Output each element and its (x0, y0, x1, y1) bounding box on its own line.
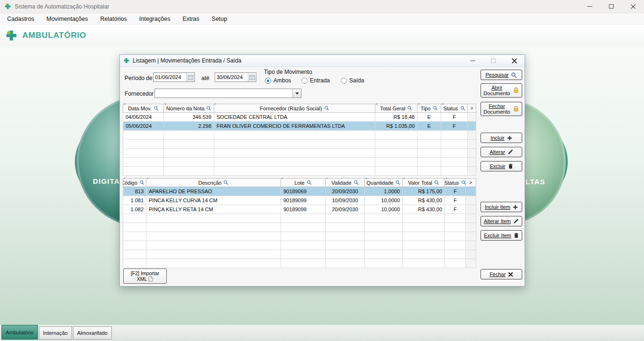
date-to-calendar-button[interactable] (248, 73, 256, 81)
column-header-status[interactable]: °Status (441, 104, 468, 113)
cell-data-mov[interactable]: 04/06/2024 (123, 113, 164, 122)
cell-fornecedor[interactable]: FRAN OLIVER COMERCIO DE FERRAMENTAS LTDA (214, 122, 375, 131)
tab-almoxarifado[interactable]: Almoxarifado (73, 326, 112, 340)
date-from-calendar-button[interactable] (186, 73, 194, 81)
cell-tipo[interactable]: E (417, 122, 441, 131)
column-search-icon[interactable] (307, 180, 312, 185)
column-search-icon[interactable] (395, 180, 400, 185)
cell-status[interactable]: F (441, 122, 468, 131)
column-search-icon[interactable] (223, 180, 228, 185)
cell-status[interactable]: F (445, 196, 466, 205)
document-row[interactable]: 04/06/2024 346.539 SOCIEDADE CENTRAL LTD… (123, 113, 476, 122)
cell-quantidade[interactable]: 10,0000 (365, 196, 403, 205)
radio-entrada[interactable]: Entrada (301, 77, 330, 84)
dialog-maximize-button[interactable] (483, 55, 504, 66)
cell-status[interactable]: F (445, 205, 466, 214)
column-search-icon[interactable] (407, 106, 412, 111)
cell-codigo[interactable]: 1.081 (123, 196, 146, 205)
fechar-documento-button[interactable]: Fechar Documento (481, 102, 522, 116)
column-search-icon[interactable] (460, 106, 465, 111)
column-header-total-geral[interactable]: °Total Geral (375, 104, 417, 113)
importar-xml-button[interactable]: [F2] Importar XML (123, 269, 167, 284)
excluir-button[interactable]: Excluir (481, 161, 522, 171)
cell-data-mov[interactable]: 05/06/2024 (123, 122, 164, 131)
fornecedor-dropdown-button[interactable] (292, 89, 301, 98)
column-header-status[interactable]: °Status (445, 179, 466, 187)
tab-internacao[interactable]: Internação (39, 326, 72, 340)
tab-ambulatorio[interactable]: Ambulatório (1, 325, 38, 340)
cell-total-geral[interactable]: R$ 18,48 (375, 113, 417, 122)
cell-lote[interactable]: 90189099 (281, 196, 326, 205)
dialog-close-button[interactable] (504, 55, 525, 66)
column-header-quantidade[interactable]: °Quantidade (365, 179, 403, 187)
item-row-selected[interactable]: 813 APARELHO DE PRESSAO 90189069 20/09/2… (123, 187, 476, 196)
cell-tipo[interactable]: E (417, 113, 441, 122)
column-header-codigo[interactable]: °Código^ (123, 179, 146, 187)
cell-lote[interactable]: 90189099 (281, 205, 326, 214)
item-row[interactable]: 1.081 PINCA KELLY CURVA 14 CM 90189099 1… (123, 196, 476, 205)
dialog-minimize-button[interactable] (462, 55, 483, 66)
column-search-icon[interactable] (206, 106, 211, 111)
cell-valor-total[interactable]: R$ 175,00 (403, 187, 445, 196)
cell-quantidade[interactable]: 1,0000 (365, 187, 403, 196)
column-header-validade[interactable]: °Validade (326, 179, 365, 187)
cell-validade[interactable]: 10/09/2030 (326, 196, 365, 205)
cell-validade[interactable]: 20/09/2030 (326, 187, 365, 196)
cell-status[interactable]: F (441, 113, 468, 122)
cell-valor-total[interactable]: R$ 430,00 (403, 196, 445, 205)
cell-descricao[interactable]: PINCA KELLY CURVA 14 CM (146, 196, 281, 205)
cell-fornecedor[interactable]: SOCIEDADE CENTRAL LTDA (214, 113, 375, 122)
scroll-right-button[interactable]: > (468, 104, 476, 113)
cell-validade[interactable]: 20/09/2030 (326, 205, 365, 214)
column-header-numero-nota[interactable]: °Número da Nota (164, 104, 214, 113)
menu-movimentacoes[interactable]: Movimentações (40, 14, 94, 24)
menu-setup[interactable]: Setup (206, 14, 234, 24)
column-search-icon[interactable] (354, 180, 359, 185)
cell-valor-total[interactable]: R$ 430,00 (403, 205, 445, 214)
column-header-data-mov[interactable]: °Data Mov. (123, 104, 164, 113)
column-search-icon[interactable] (139, 180, 145, 185)
menu-relatorios[interactable]: Relatórios (94, 14, 133, 24)
cell-quantidade[interactable]: 10,0000 (365, 205, 403, 214)
column-search-icon[interactable] (433, 106, 438, 111)
cell-lote[interactable]: 90189069 (281, 187, 326, 196)
cell-codigo[interactable]: 1.082 (123, 205, 146, 214)
window-maximize-button[interactable] (600, 0, 622, 13)
column-header-lote[interactable]: °Lote (281, 179, 326, 187)
column-search-icon[interactable] (324, 106, 329, 111)
pesquisar-button[interactable]: Pesquisar (481, 70, 522, 80)
menu-cadastros[interactable]: Cadastros (1, 14, 40, 24)
cell-descricao[interactable]: PINÇA KELLY RETA 14 CM (146, 205, 281, 214)
cell-numero-nota[interactable]: 2.298 (164, 122, 214, 131)
alterar-button[interactable]: Alterar (481, 147, 522, 157)
fechar-button[interactable]: Fechar (481, 269, 522, 279)
cell-total-geral[interactable]: R$ 1.035,00 (375, 122, 417, 131)
radio-ambos[interactable]: Ambos (265, 77, 291, 84)
column-header-tipo[interactable]: °Tipo (417, 104, 441, 113)
date-from-input[interactable] (154, 73, 186, 81)
excluir-item-button[interactable]: Excluir Item (481, 230, 522, 241)
item-row[interactable]: 1.082 PINÇA KELLY RETA 14 CM 90189099 20… (123, 205, 476, 214)
abrir-documento-button[interactable]: Abrir Documento (481, 83, 522, 98)
scroll-right-button[interactable]: > (466, 179, 476, 187)
document-row-selected[interactable]: 05/06/2024 2.298 FRAN OLIVER COMERCIO DE… (123, 122, 476, 131)
incluir-item-button[interactable]: Incluir Item (481, 202, 522, 212)
cell-status[interactable]: F (445, 187, 466, 196)
cell-codigo[interactable]: 813 (123, 187, 146, 196)
radio-saida[interactable]: Saída (341, 77, 364, 84)
fornecedor-input[interactable] (155, 89, 292, 98)
column-search-icon[interactable] (434, 180, 439, 185)
alterar-item-button[interactable]: Alterar Item (481, 216, 522, 226)
incluir-button[interactable]: Incluir (481, 133, 522, 143)
column-header-fornecedor[interactable]: °Fornecedor (Razão Social) (214, 104, 375, 113)
menu-extras[interactable]: Extras (176, 14, 205, 24)
column-header-descricao[interactable]: °Descrição (146, 179, 281, 187)
date-to-input[interactable] (215, 73, 248, 81)
window-minimize-button[interactable] (579, 0, 600, 13)
column-search-icon[interactable] (461, 180, 465, 185)
cell-numero-nota[interactable]: 346.539 (164, 113, 214, 122)
column-search-icon[interactable] (154, 106, 159, 111)
dialog-titlebar[interactable]: Listagem | Movimentações Entrada / Saída (120, 55, 525, 67)
window-close-button[interactable] (622, 0, 644, 13)
cell-descricao[interactable]: APARELHO DE PRESSAO (146, 187, 281, 196)
